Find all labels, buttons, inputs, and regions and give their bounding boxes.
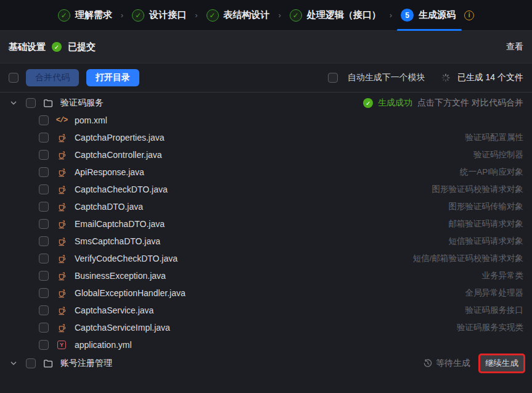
file-row[interactable]: </> Y ApiResponse.java 统一API响应对象 — [9, 163, 523, 181]
java-file-icon — [56, 306, 67, 315]
step-logic[interactable]: ✓ 处理逻辑（接口） — [290, 0, 381, 31]
step-understand-requirements[interactable]: ✓ 理解需求 — [58, 0, 112, 31]
file-checkbox[interactable] — [39, 340, 49, 350]
file-description: 图形验证码传输对象 — [449, 201, 524, 212]
file-row[interactable]: </> Y CaptchaServiceImpl.java 验证码服务实现类 — [9, 319, 523, 336]
file-description: 业务异常类 — [482, 270, 524, 281]
select-all-checkbox[interactable] — [9, 73, 18, 83]
chevron-down-icon[interactable] — [9, 99, 18, 107]
step-done-check-icon: ✓ — [290, 9, 302, 22]
chevron-right-icon: › — [195, 10, 197, 20]
file-row[interactable]: </> Y CaptchaProperties.java 验证码配置属性 — [9, 129, 523, 146]
chevron-down-icon[interactable] — [9, 360, 18, 367]
module-checkbox[interactable] — [26, 358, 36, 368]
file-checkbox[interactable] — [39, 219, 49, 229]
file-name: pom.xml — [75, 115, 107, 125]
file-checkbox[interactable] — [39, 288, 49, 298]
basic-settings-header: 基础设置 ✓ 已提交 查看 — [0, 31, 532, 64]
file-checkbox[interactable] — [39, 133, 49, 143]
file-checkbox[interactable] — [39, 167, 49, 177]
active-step-underline — [397, 29, 462, 31]
continue-generate-button[interactable]: 继续生成 — [480, 355, 523, 371]
file-name: CaptchaProperties.java — [75, 133, 165, 143]
file-row[interactable]: </> Y VerifyCodeCheckDTO.java 短信/邮箱验证码校验… — [9, 250, 523, 267]
view-link[interactable]: 查看 — [506, 41, 523, 52]
file-name: CaptchaController.java — [75, 150, 162, 160]
file-checkbox[interactable] — [39, 271, 49, 281]
java-file-icon — [56, 151, 67, 160]
open-directory-button[interactable]: 打开目录 — [86, 69, 139, 86]
java-file-icon — [56, 168, 67, 177]
file-checkbox[interactable] — [39, 115, 49, 125]
file-row[interactable]: </> Y GlobalExceptionHandler.java 全局异常处理… — [9, 284, 523, 302]
file-row[interactable]: </> Y EmailCaptchaDTO.java 邮箱验证码请求对象 — [9, 215, 523, 233]
module-checkbox[interactable] — [26, 98, 36, 108]
file-checkbox[interactable] — [39, 150, 49, 160]
success-check-icon: ✓ — [363, 98, 373, 108]
auto-next-label: 自动生成下一个模块 — [348, 72, 425, 83]
file-name: CaptchaService.java — [75, 305, 153, 315]
merge-code-button[interactable]: 合并代码 — [26, 69, 79, 86]
file-name: ApiResponse.java — [75, 167, 144, 177]
step-label: 表结构设计 — [224, 9, 270, 21]
java-file-icon — [56, 289, 67, 298]
history-clock-icon — [424, 359, 432, 368]
file-description: 短信/邮箱验证码校验请求对象 — [413, 253, 523, 264]
file-description: 验证码配置属性 — [465, 132, 524, 143]
toolbar: 合并代码 打开目录 自动生成下一个模块 已生成 14 个文件 — [0, 64, 532, 93]
file-checkbox[interactable] — [39, 323, 49, 333]
step-table-design[interactable]: ✓ 表结构设计 — [207, 0, 270, 31]
file-checkbox[interactable] — [39, 254, 49, 263]
yml-file-icon: Y — [56, 341, 67, 349]
module-row-captcha: 验证码服务 ✓ 生成成功 点击下方文件 对比代码合并 — [9, 94, 523, 112]
file-name: CaptchaDTO.java — [75, 202, 143, 212]
file-row[interactable]: </> Y application.yml — [9, 336, 523, 354]
main-content: 合并代码 打开目录 自动生成下一个模块 已生成 14 个文件 — [0, 64, 532, 372]
step-done-check-icon: ✓ — [58, 9, 70, 22]
java-file-icon — [56, 254, 67, 263]
java-file-icon — [56, 323, 67, 333]
file-name: BusinessException.java — [75, 271, 166, 281]
loading-spinner-icon — [441, 73, 450, 82]
step-generate-source[interactable]: 5 生成源码 — [401, 0, 456, 31]
file-name: GlobalExceptionHandler.java — [75, 288, 186, 298]
file-row[interactable]: </> Y BusinessException.java 业务异常类 — [9, 267, 523, 284]
file-row[interactable]: </> Y CaptchaDTO.java 图形验证码传输对象 — [9, 198, 523, 215]
step-label: 生成源码 — [419, 9, 456, 21]
file-row[interactable]: </> Y CaptchaController.java 验证码控制器 — [9, 146, 523, 163]
file-name: EmailCaptchaDTO.java — [75, 219, 165, 229]
file-name: CaptchaServiceImpl.java — [75, 323, 170, 333]
step-label: 理解需求 — [75, 9, 112, 21]
file-description: 邮箱验证码请求对象 — [449, 218, 524, 230]
step-label: 设计接口 — [149, 9, 186, 21]
file-checkbox[interactable] — [39, 202, 49, 212]
waiting-status: 等待生成 继续生成 — [424, 355, 523, 371]
file-description: 验证码服务接口 — [465, 305, 524, 316]
file-checkbox[interactable] — [39, 236, 49, 246]
xml-file-icon: </> — [56, 116, 67, 125]
info-circle-icon[interactable]: i — [464, 10, 474, 20]
file-row[interactable]: </> Y pom.xml — [9, 112, 523, 129]
module-name[interactable]: 账号注册管理 — [60, 358, 112, 369]
folder-icon — [43, 98, 53, 108]
module-status: ✓ 生成成功 点击下方文件 对比代码合并 — [363, 97, 523, 109]
waiting-label: 等待生成 — [436, 358, 470, 369]
file-description: 全局异常处理器 — [465, 288, 524, 299]
file-name: VerifyCodeCheckDTO.java — [75, 254, 178, 263]
file-row[interactable]: </> Y CaptchaService.java 验证码服务接口 — [9, 302, 523, 319]
java-file-icon — [56, 271, 67, 281]
step-design-api[interactable]: ✓ 设计接口 — [132, 0, 186, 31]
auto-next-checkbox[interactable] — [328, 73, 338, 83]
module-row-account: 账号注册管理 等待生成 继续生成 — [9, 355, 523, 372]
file-name: SmsCaptchaDTO.java — [75, 236, 160, 246]
file-row[interactable]: </> Y SmsCaptchaDTO.java 短信验证码请求对象 — [9, 233, 523, 250]
java-file-icon — [56, 220, 67, 229]
file-row[interactable]: </> Y CaptchaCheckDTO.java 图形验证码校验请求对象 — [9, 181, 523, 198]
chevron-right-icon: › — [390, 10, 392, 20]
stepper-bar: ✓ 理解需求 › ✓ 设计接口 › ✓ 表结构设计 › ✓ 处理逻辑（接口） ›… — [0, 0, 532, 31]
file-checkbox[interactable] — [39, 184, 49, 194]
module-name[interactable]: 验证码服务 — [60, 97, 104, 109]
file-checkbox[interactable] — [39, 305, 49, 315]
step-number-badge: 5 — [401, 9, 414, 22]
submitted-label: 已提交 — [68, 41, 96, 53]
